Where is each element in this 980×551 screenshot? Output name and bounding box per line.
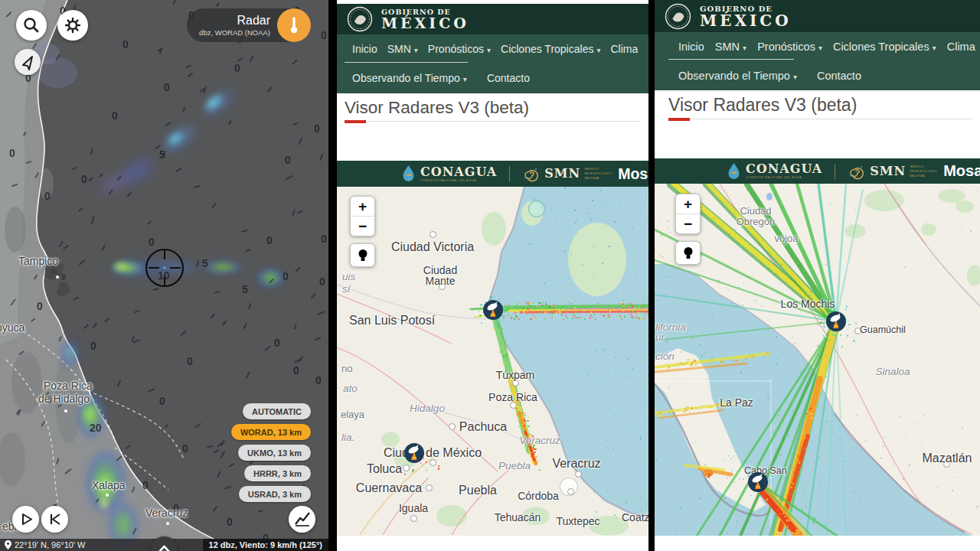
model-button-automatic[interactable]: AUTOMATIC [243,403,311,419]
nav-underline [668,59,794,60]
city-dot [106,494,109,497]
skip-back-icon [41,506,68,533]
radar-map-northwest[interactable]: CiudadObregónvojoaLos MochisGuamúchilLa … [655,184,980,536]
layer-subtitle: dbz, WORAD (NOAA) [199,28,270,37]
settings-button[interactable] [57,10,88,41]
city-dot [854,328,861,334]
brand-line2: MÉXICO [381,16,469,31]
site-nav: Inicio SMN Pronósticos Ciclones Tropical… [655,32,980,90]
skip-back-button[interactable] [41,506,68,533]
map-banner: CONAGUA COMISIÓN NACIONAL DEL AGUA SMN S… [655,158,980,184]
radar-beams-central [337,187,648,536]
zoom-in-button[interactable]: + [676,194,700,214]
gov-header: GOBIERNO DE MÉXICO [655,0,980,32]
legend-toggle-button[interactable] [675,241,701,265]
page-title-block: Visor Radares V3 (beta) [345,93,641,122]
city-dot [512,380,519,386]
nav-item-inicio[interactable]: Inicio [678,41,704,53]
nav-item-contacto[interactable]: Contacto [487,72,530,84]
model-button-ukmo[interactable]: UKMO, 13 km [238,445,311,461]
nav-item-contacto[interactable]: Contacto [817,70,861,82]
radar-station-icon[interactable] [482,299,504,321]
search-button[interactable] [16,10,47,41]
gov-header: GOBIERNO DE MÉXICO [337,4,648,34]
nav-item-clima[interactable]: Clima [947,41,975,53]
lightbulb-icon [683,246,694,259]
thermometer-icon [288,15,300,35]
title-accent-bar [668,118,690,121]
radar-station-icon[interactable] [403,442,425,464]
model-button-usrad[interactable]: USRAD, 3 km [239,486,311,502]
conagua-logo-icon [402,165,415,183]
city-dot [510,402,517,409]
zoom-controls: + − [350,196,375,236]
nav-item-ciclones[interactable]: Ciclones Tropicales [833,41,936,53]
city-dot [943,461,950,468]
chevron-up-icon [151,536,178,551]
conagua-wordmark: CONAGUA [746,163,822,175]
zoom-out-button[interactable]: − [676,214,700,233]
zoom-controls: + − [675,194,701,234]
page-title: Visor Radares V3 (beta) [668,95,972,116]
radar-layer-pill[interactable]: Radar dbz, WORAD (NOAA) [187,8,311,42]
weather-app-panel[interactable]: 0000000000050000005510000000000200000000… [0,0,328,551]
page-title-block: Visor Radares V3 (beta) [668,90,972,119]
city-dot [439,283,446,290]
lightbulb-icon [358,249,368,262]
location-pin-icon [5,540,11,549]
play-button[interactable] [12,506,39,533]
expand-timeline-button[interactable] [151,536,178,551]
location-arrow-icon [19,54,36,70]
model-button-hrrr[interactable]: HRRR, 3 km [244,465,311,481]
radar-station-icon[interactable] [747,471,769,493]
nav-item-observando[interactable]: Observando el Tiempo [352,72,467,84]
zoom-in-button[interactable]: + [351,197,374,216]
radar-station-icon[interactable] [825,311,847,332]
conagua-wordmark: CONAGUA [420,166,497,178]
nav-item-clima[interactable]: Clima [610,43,638,55]
temperature-layer-button[interactable] [277,8,311,42]
range-circle [528,201,545,217]
smn-site-panel-central: GOBIERNO DE MÉXICO Inicio SMN Pronóstico… [337,0,648,551]
site-nav: Inicio SMN Pronósticos Ciclones Tropical… [337,34,648,93]
city-dot [575,471,582,478]
smn-logo-icon [848,163,864,180]
city-dot [430,231,436,238]
banner-divider [835,164,835,179]
nav-item-inicio[interactable]: Inicio [352,43,377,55]
city-dot [403,465,410,471]
brand-text[interactable]: GOBIERNO DE MÉXICO [381,8,469,31]
smn-site-panel-northwest: GOBIERNO DE MÉXICO Inicio SMN Pronóstico… [655,0,980,551]
page-title: Visor Radares V3 (beta) [345,98,641,118]
zoom-out-button[interactable]: − [351,216,374,236]
line-chart-icon [289,506,315,533]
city-dot [410,515,417,522]
city-dot [64,409,67,412]
map-mode-label: Mosaico [943,162,980,180]
sounding-chart-button[interactable] [289,506,315,533]
coordinates-label: 22°19' N, 96°10' W [15,540,86,549]
map-mode-label: Mosaico [618,165,648,183]
city-dot [426,484,433,491]
smn-subtitle: SERVICIO METEOROLÓGICO NACIONAL [910,165,943,178]
mexico-seal-icon [346,5,374,33]
banner-divider [509,166,510,181]
nav-item-smn[interactable]: SMN [387,43,418,55]
model-button-worad[interactable]: WORAD, 13 km [231,424,311,440]
nav-item-pronosticos[interactable]: Pronósticos [757,41,822,53]
nav-item-smn[interactable]: SMN [715,41,746,53]
crosshair-icon [142,246,187,290]
nav-item-ciclones[interactable]: Ciclones Tropicales [501,43,600,55]
mexico-seal-icon [664,2,692,31]
city-dot [567,488,574,495]
locate-button[interactable] [15,49,41,75]
smn-subtitle: SERVICIO METEOROLÓGICO NACIONAL [584,167,618,181]
brand-text[interactable]: GOBIERNO DE MÉXICO [700,5,792,28]
nav-item-pronosticos[interactable]: Pronósticos [428,43,491,55]
radar-map-central[interactable]: Ciudad VictoriaCiudadManteuissíSan Luis … [337,187,648,536]
nav-underline [345,62,468,63]
smn-wordmark: SMN [544,168,580,180]
city-dot [449,423,456,430]
nav-item-observando[interactable]: Observando el Tiempo [678,70,797,82]
legend-toggle-button[interactable] [350,243,375,267]
